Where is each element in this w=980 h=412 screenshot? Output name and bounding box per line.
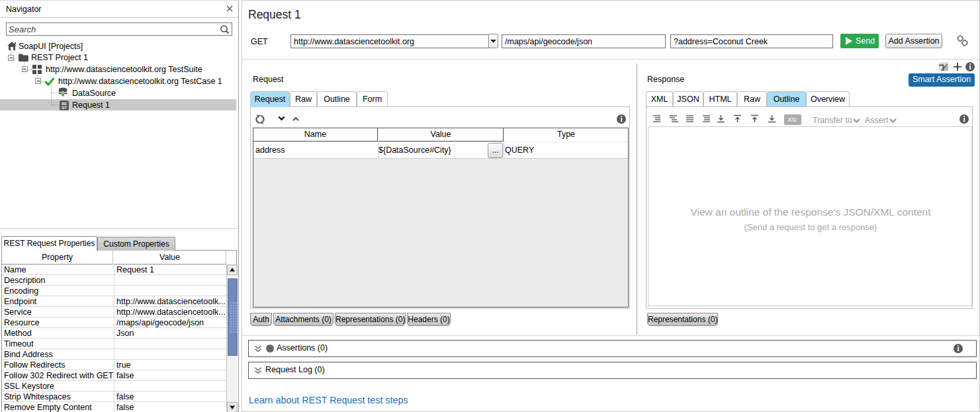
svg-text:ST: ST (62, 106, 67, 110)
svg-text:RE: RE (62, 101, 67, 105)
